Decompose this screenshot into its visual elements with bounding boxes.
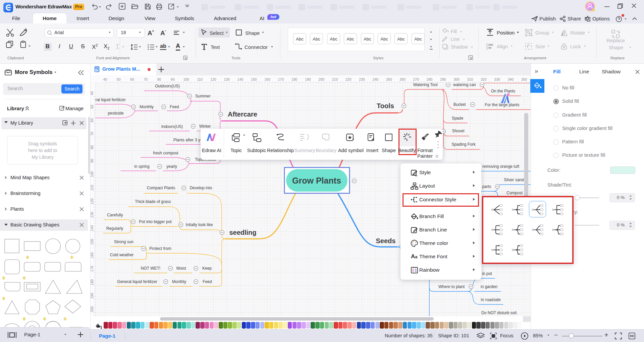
svg-text:yearly: yearly: [166, 164, 177, 169]
svg-text:150: 150: [251, 77, 257, 81]
svg-text:50: 50: [117, 77, 121, 81]
svg-text:Intially look like: Intially look like: [186, 222, 213, 227]
svg-text:190: 190: [91, 293, 94, 299]
svg-text:270: 270: [413, 77, 419, 81]
svg-text:in garden: in garden: [481, 284, 497, 289]
svg-text:Keep: Keep: [202, 266, 212, 271]
svg-text:240: 240: [373, 77, 379, 81]
svg-text:160: 160: [91, 252, 94, 258]
svg-text:Outdoors(US): Outdoors(US): [155, 84, 180, 88]
svg-text:Grow Plants: Grow Plants: [292, 176, 341, 185]
svg-text:In roadside: In roadside: [481, 297, 501, 302]
svg-text:Shovel: Shovel: [452, 129, 465, 133]
svg-text:170: 170: [278, 77, 284, 81]
svg-text:350: 350: [521, 77, 527, 81]
svg-text:Monthly: Monthly: [140, 105, 154, 109]
svg-text:170: 170: [91, 266, 94, 272]
svg-text:Regularly: Regularly: [106, 226, 123, 231]
svg-text:Natural liquid fertilizer: Natural liquid fertilizer: [91, 97, 126, 102]
svg-text:For the large plants: For the large plants: [485, 102, 519, 107]
svg-text:Compost: Compost: [506, 191, 523, 195]
svg-text:Aftercare: Aftercare: [228, 111, 257, 118]
svg-text:330: 330: [494, 77, 500, 81]
svg-text:230: 230: [359, 77, 365, 81]
svg-text:Watering Tool: Watering Tool: [413, 82, 438, 87]
svg-text:A: A: [160, 29, 165, 37]
svg-text:Indoors(US): Indoors(US): [161, 124, 183, 129]
svg-text:60: 60: [91, 118, 94, 122]
svg-text:90: 90: [91, 159, 94, 163]
svg-text:A: A: [148, 29, 152, 37]
svg-text:Cold weather: Cold weather: [110, 253, 134, 257]
svg-text:+: +: [152, 29, 154, 33]
svg-text:Bucket: Bucket: [453, 102, 466, 107]
svg-text:watering can: watering can: [453, 82, 476, 87]
svg-text:130: 130: [224, 77, 230, 81]
svg-text:80: 80: [91, 145, 94, 149]
svg-text:Where to plant: Where to plant: [438, 284, 465, 289]
svg-text:130: 130: [91, 212, 94, 218]
svg-text:50: 50: [91, 105, 94, 109]
svg-text:pesticide: pesticide: [108, 111, 124, 116]
svg-text:Pot into bigger pot: Pot into bigger pot: [139, 219, 172, 224]
svg-text:70: 70: [144, 77, 148, 81]
svg-text:Tools: Tools: [377, 102, 394, 110]
svg-text:Do NOT disturb soil.: Do NOT disturb soil.: [481, 311, 518, 315]
svg-text:300: 300: [453, 77, 460, 81]
svg-text:Moist: Moist: [176, 266, 186, 271]
svg-text:On the Plants: On the Plants: [491, 89, 516, 93]
svg-text:260: 260: [399, 77, 406, 81]
svg-text:100: 100: [91, 171, 94, 177]
svg-text:180: 180: [91, 279, 94, 285]
svg-text:NOT WET!: NOT WET!: [141, 266, 160, 271]
svg-text:310: 310: [467, 77, 473, 81]
svg-text:-: -: [165, 28, 166, 33]
svg-text:Carefully: Carefully: [107, 213, 123, 217]
svg-text:210: 210: [332, 77, 338, 81]
svg-text:Protect from: Protect from: [149, 246, 171, 251]
svg-text:60: 60: [130, 77, 134, 81]
svg-text:Feed: Feed: [203, 279, 212, 284]
svg-text:80: 80: [157, 77, 161, 81]
svg-text:140: 140: [237, 77, 244, 81]
svg-text:Monthly: Monthly: [172, 279, 186, 284]
svg-text:Spading Fork: Spading Fork: [451, 142, 476, 147]
svg-text:Silver sand: Silver sand: [504, 178, 524, 182]
svg-text:180: 180: [291, 77, 298, 81]
svg-text:in spring: in spring: [134, 164, 149, 169]
svg-text:General liquid fertilizer: General liquid fertilizer: [117, 279, 157, 284]
svg-text:250: 250: [386, 77, 392, 81]
svg-text:in pot: in pot: [482, 271, 492, 276]
svg-text:Plants after 3 ye: Plants after 3 ye: [173, 138, 203, 142]
svg-text:parts: parts: [482, 184, 491, 189]
svg-text:200: 200: [318, 77, 324, 81]
svg-text:110: 110: [197, 77, 203, 81]
svg-text:Spade: Spade: [452, 116, 464, 121]
svg-text:120: 120: [210, 77, 216, 81]
svg-text:320: 320: [481, 77, 487, 81]
svg-text:Seeds: Seeds: [376, 237, 396, 245]
svg-text:seedling: seedling: [229, 229, 256, 236]
svg-text:Strong sun: Strong sun: [114, 240, 133, 244]
svg-text:290: 290: [440, 77, 446, 81]
svg-text:120: 120: [91, 198, 94, 204]
svg-text:Feed: Feed: [170, 105, 179, 109]
svg-text:Develop into: Develop into: [190, 186, 212, 190]
svg-text:Compact Plants: Compact Plants: [147, 186, 175, 190]
svg-text:140: 140: [91, 225, 94, 231]
svg-text:280: 280: [427, 77, 433, 81]
svg-text:160: 160: [264, 77, 270, 81]
svg-text:110: 110: [91, 185, 94, 191]
svg-text:200: 200: [91, 306, 94, 312]
svg-text:150: 150: [91, 239, 94, 245]
svg-text:Summer: Summer: [195, 94, 210, 98]
svg-text:220: 220: [345, 77, 352, 81]
svg-text:removing orange tuft: removing orange tuft: [482, 164, 520, 169]
svg-text:fresh compost: fresh compost: [153, 151, 178, 155]
svg-text:90: 90: [171, 77, 175, 81]
svg-text:40: 40: [103, 77, 107, 81]
svg-text:100: 100: [183, 77, 189, 81]
svg-text:340: 340: [508, 77, 514, 81]
svg-text:Thick blade of grass: Thick blade of grass: [135, 199, 171, 204]
svg-text:190: 190: [305, 77, 311, 81]
